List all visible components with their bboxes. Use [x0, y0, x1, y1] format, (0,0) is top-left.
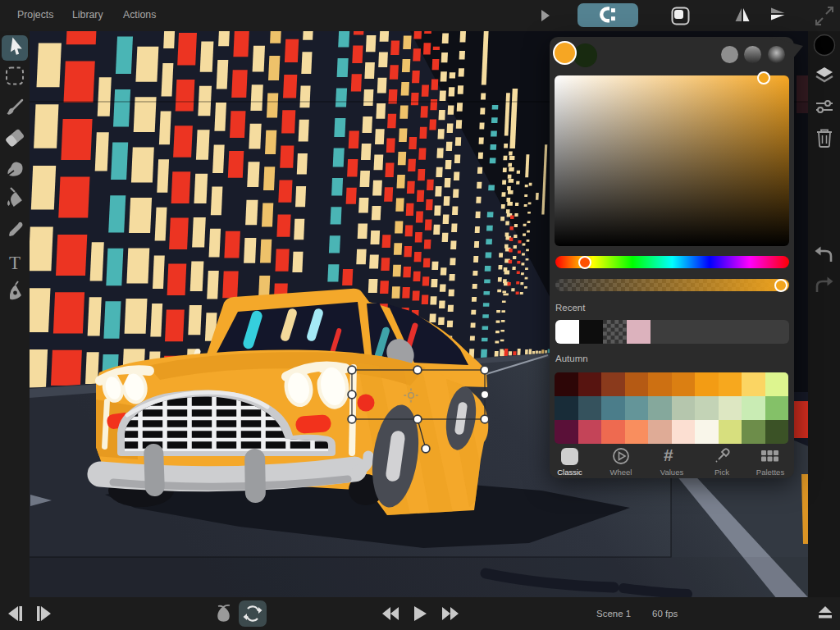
- svg-text:T: T: [9, 253, 21, 273]
